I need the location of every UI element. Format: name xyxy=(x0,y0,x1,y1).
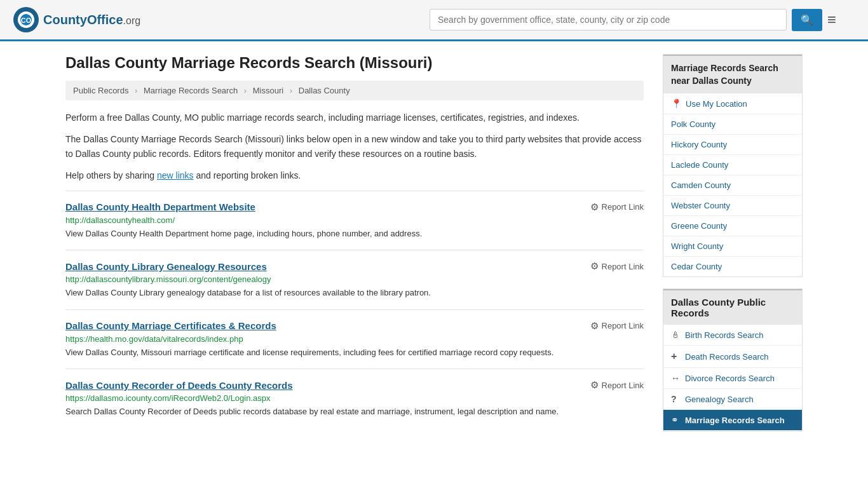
result-url[interactable]: https://dallasmo.icounty.com/iRecordWeb2… xyxy=(65,393,644,403)
result-header: Dallas County Library Genealogy Resource… xyxy=(65,261,644,272)
death-records-link[interactable]: Death Records Search xyxy=(685,352,769,362)
birth-records-link[interactable]: Birth Records Search xyxy=(685,330,764,340)
sidebar-nearby-section: Marriage Records Search near Dallas Coun… xyxy=(663,54,803,277)
sidebar-item-cedar[interactable]: Cedar County xyxy=(663,257,802,276)
wright-county-link[interactable]: Wright County xyxy=(671,241,723,251)
breadcrumb-public-records[interactable]: Public Records xyxy=(73,86,128,95)
use-my-location-link[interactable]: Use My Location xyxy=(686,99,747,109)
desc-para3-suffix: and reporting broken links. xyxy=(194,170,301,180)
sidebar-item-greene[interactable]: Greene County xyxy=(663,216,802,236)
main-container: Dallas County Marriage Records Search (M… xyxy=(53,41,815,456)
marriage-icon: ⚭ xyxy=(671,415,681,425)
divorce-records-link[interactable]: Divorce Records Search xyxy=(685,374,775,383)
greene-county-link[interactable]: Greene County xyxy=(671,221,727,231)
sidebar-genealogy[interactable]: ? Genealogy Search xyxy=(663,389,802,410)
result-header: Dallas County Health Department Website … xyxy=(65,201,644,213)
result-item: Dallas County Marriage Certificates & Re… xyxy=(65,309,644,369)
result-title[interactable]: Dallas County Marriage Certificates & Re… xyxy=(65,320,276,331)
report-link[interactable]: ⚙ Report Link xyxy=(590,320,644,332)
result-desc: View Dallas County Health Department hom… xyxy=(65,227,644,240)
search-button[interactable]: 🔍 xyxy=(792,9,822,31)
sidebar-item-wright[interactable]: Wright County xyxy=(663,236,802,257)
header: CO CountyOffice.org 🔍 ≡ xyxy=(0,0,868,41)
cedar-county-link[interactable]: Cedar County xyxy=(671,262,722,271)
result-item: Dallas County Health Department Website … xyxy=(65,191,644,250)
search-area: 🔍 ≡ xyxy=(430,9,836,31)
svg-text:CO: CO xyxy=(21,17,32,24)
breadcrumb-dallas-county: Dallas County xyxy=(299,86,350,95)
result-desc: View Dallas County, Missouri marriage ce… xyxy=(65,346,644,359)
hickory-county-link[interactable]: Hickory County xyxy=(671,140,727,149)
description-para2: The Dallas County Marriage Records Searc… xyxy=(65,132,644,161)
report-link-label: Report Link xyxy=(602,202,644,212)
breadcrumb-missouri[interactable]: Missouri xyxy=(253,86,283,95)
result-desc: View Dallas County Library genealogy dat… xyxy=(65,287,644,299)
sidebar-divorce-records[interactable]: ↔ Divorce Records Search xyxy=(663,368,802,389)
webster-county-link[interactable]: Webster County xyxy=(671,201,730,210)
menu-button[interactable]: ≡ xyxy=(827,11,836,29)
polk-county-link[interactable]: Polk County xyxy=(671,119,715,129)
sidebar-marriage-records[interactable]: ⚭ Marriage Records Search xyxy=(663,410,802,431)
report-icon: ⚙ xyxy=(590,261,599,272)
breadcrumb-marriage-records[interactable]: Marriage Records Search xyxy=(144,86,238,95)
sidebar-birth-records[interactable]: 🕯 Birth Records Search xyxy=(663,325,802,346)
result-url[interactable]: https://health.mo.gov/data/vitalrecords/… xyxy=(65,334,644,344)
description-para1: Perform a free Dallas County, MO public … xyxy=(65,111,644,125)
sidebar-nearby-header: Marriage Records Search near Dallas Coun… xyxy=(663,55,802,93)
result-item: Dallas County Recorder of Deeds County R… xyxy=(65,369,644,428)
breadcrumb-sep-3: › xyxy=(290,86,292,95)
sidebar: Marriage Records Search near Dallas Coun… xyxy=(663,54,803,443)
sidebar-public-records-section: Dallas County Public Records 🕯 Birth Rec… xyxy=(663,288,803,431)
camden-county-link[interactable]: Camden County xyxy=(671,180,731,190)
logo-text: CountyOffice.org xyxy=(43,13,140,27)
content: Dallas County Marriage Records Search (M… xyxy=(65,54,644,443)
logo-icon: CO xyxy=(13,6,39,33)
sidebar-item-laclede[interactable]: Laclede County xyxy=(663,155,802,175)
marriage-records-link[interactable]: Marriage Records Search xyxy=(685,416,785,425)
sidebar-public-records-header: Dallas County Public Records xyxy=(663,289,802,325)
sidebar-death-records[interactable]: + Death Records Search xyxy=(663,346,802,368)
result-header: Dallas County Recorder of Deeds County R… xyxy=(65,379,644,391)
genealogy-icon: ? xyxy=(671,394,681,404)
report-link-label: Report Link xyxy=(602,321,644,330)
report-icon: ⚙ xyxy=(590,379,599,391)
breadcrumb: Public Records › Marriage Records Search… xyxy=(65,81,644,100)
result-url[interactable]: http://dallascountyhealth.com/ xyxy=(65,215,644,225)
genealogy-link[interactable]: Genealogy Search xyxy=(685,395,754,404)
location-pin-icon: 📍 xyxy=(671,98,682,109)
logo-area: CO CountyOffice.org xyxy=(13,6,140,33)
sidebar-item-polk[interactable]: Polk County xyxy=(663,114,802,135)
laclede-county-link[interactable]: Laclede County xyxy=(671,160,728,170)
search-input[interactable] xyxy=(430,9,787,30)
breadcrumb-sep-2: › xyxy=(244,86,247,95)
result-url[interactable]: http://dallascountylibrary.missouri.org/… xyxy=(65,274,644,284)
results-list: Dallas County Health Department Website … xyxy=(65,191,644,428)
breadcrumb-sep-1: › xyxy=(135,86,137,95)
result-header: Dallas County Marriage Certificates & Re… xyxy=(65,320,644,332)
result-title[interactable]: Dallas County Health Department Website xyxy=(65,201,255,212)
report-link-label: Report Link xyxy=(602,262,644,271)
divorce-icon: ↔ xyxy=(671,373,681,383)
result-item: Dallas County Library Genealogy Resource… xyxy=(65,250,644,309)
report-icon: ⚙ xyxy=(590,201,599,213)
report-link[interactable]: ⚙ Report Link xyxy=(590,201,644,213)
sidebar-item-camden[interactable]: Camden County xyxy=(663,175,802,196)
result-title[interactable]: Dallas County Recorder of Deeds County R… xyxy=(65,380,293,391)
sidebar-use-location[interactable]: 📍 Use My Location xyxy=(663,93,802,114)
report-link[interactable]: ⚙ Report Link xyxy=(590,261,644,272)
sidebar-item-webster[interactable]: Webster County xyxy=(663,196,802,216)
new-links-link[interactable]: new links xyxy=(157,170,194,180)
sidebar-item-hickory[interactable]: Hickory County xyxy=(663,135,802,155)
report-icon: ⚙ xyxy=(590,320,599,332)
result-title[interactable]: Dallas County Library Genealogy Resource… xyxy=(65,261,267,272)
desc-para3-prefix: Help others by sharing xyxy=(65,170,157,180)
report-link-label: Report Link xyxy=(602,381,644,390)
page-title: Dallas County Marriage Records Search (M… xyxy=(65,54,644,72)
report-link[interactable]: ⚙ Report Link xyxy=(590,379,644,391)
description-para3: Help others by sharing new links and rep… xyxy=(65,168,644,182)
result-desc: Search Dallas County Recorder of Deeds p… xyxy=(65,405,644,418)
death-icon: + xyxy=(671,351,681,362)
birth-icon: 🕯 xyxy=(671,330,681,340)
